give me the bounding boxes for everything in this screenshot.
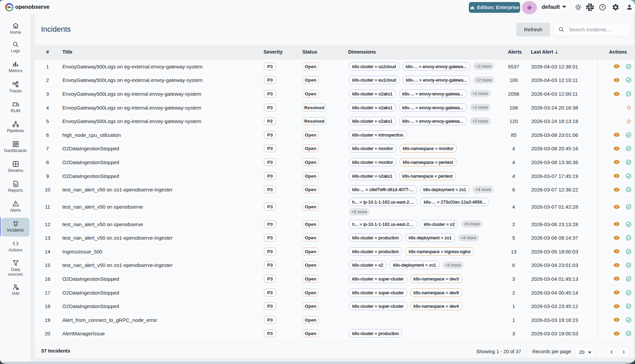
svg-text:?: ? — [601, 5, 604, 10]
